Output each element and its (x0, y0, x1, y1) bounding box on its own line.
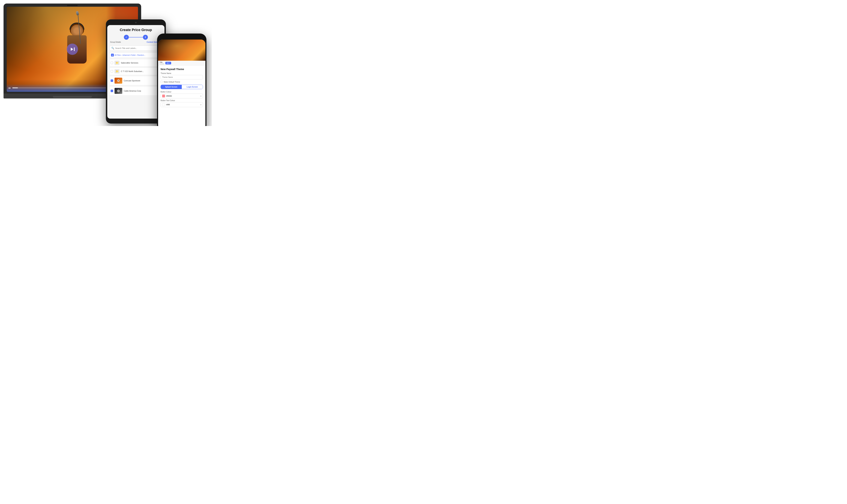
button-colour-swatch (162, 95, 165, 97)
chevron-down-icon-2: ▾ (200, 104, 201, 106)
phone-device: Title Subtitle BUY New Paywall Theme The… (157, 34, 206, 126)
play-next-button[interactable]: ⏭ (8, 87, 11, 89)
phone-video-thumb (158, 39, 205, 61)
tablet-camera (135, 22, 137, 23)
video-thumb-3 (114, 78, 122, 84)
tablet-page-title: Create Price Group (109, 28, 162, 32)
singer-figure (54, 25, 100, 81)
skip-bar-icon (74, 48, 75, 51)
search-bar[interactable]: 🔍 (109, 46, 162, 51)
folder-icon: ▤ (111, 54, 114, 56)
step-1-circle: ✓ (124, 35, 129, 40)
tablet-device: Create Price Group ✓ 2 Group Details Con… (106, 19, 166, 124)
theme-name-input[interactable] (161, 75, 203, 79)
make-default-checkbox[interactable] (161, 81, 163, 83)
tab-splash-screen[interactable]: Splash Screen (161, 85, 182, 89)
screen-tabs: Splash Screen Login Screen (161, 85, 203, 89)
paywall-section-title: New Paywall Theme (161, 68, 203, 71)
button-text-colour-selector[interactable]: #ffffff ▾ (161, 102, 203, 107)
phone-screen: Title Subtitle BUY New Paywall Theme The… (158, 39, 205, 126)
tablet-screen: Create Price Group ✓ 2 Group Details Con… (107, 25, 164, 119)
progress-bar[interactable] (12, 88, 121, 88)
laptop-notch (67, 5, 78, 6)
progress-fill (12, 88, 18, 88)
play-icon (71, 48, 73, 51)
preview-strip: Title Subtitle BUY (158, 61, 205, 66)
file-checkbox-4[interactable] (111, 90, 113, 92)
list-item[interactable]: 📁 C T V15 North Suburban... (109, 68, 162, 75)
file-checkbox-2[interactable] (111, 70, 113, 73)
preview-subtitle: Subtitle (160, 63, 164, 65)
breadcrumb[interactable]: ▤ All Files › Johanna's Folder › Random.… (109, 52, 162, 58)
play-triangle (118, 80, 119, 81)
buy-button[interactable]: BUY (165, 62, 171, 65)
list-item[interactable]: Comcast Sportsnet (109, 76, 162, 85)
thumb-play-icon (117, 79, 120, 82)
step-connector (129, 37, 143, 37)
file-name-3: Comcast Sportsnet (124, 79, 161, 82)
button-text-colour-label: Button Text Colour (161, 100, 203, 102)
paywall-form: New Paywall Theme Theme Name Make Defaul… (158, 66, 205, 110)
button-text-colour-swatch (162, 103, 165, 106)
search-input[interactable] (115, 47, 160, 49)
make-default-label: Make Default Theme (164, 81, 180, 83)
step-1-label: Group Details (110, 41, 121, 43)
list-item[interactable]: Cable America Corp (109, 86, 162, 95)
file-checkbox-1[interactable] (111, 61, 113, 64)
video-thumb-4 (114, 88, 122, 94)
thumb-play-icon-2 (117, 90, 120, 92)
button-colour-value: #ff8990 (166, 95, 199, 97)
play-triangle-2 (118, 90, 119, 91)
step-labels: Group Details Content Selection (109, 41, 162, 43)
file-checkbox-3[interactable] (111, 79, 113, 82)
file-name-1: Salecraftor Services (121, 62, 161, 64)
breadcrumb-path: All Files › Johanna's Folder › Random... (114, 54, 145, 56)
search-icon: 🔍 (111, 47, 114, 49)
play-button[interactable] (67, 43, 78, 55)
file-name-2: C T V15 North Suburban... (121, 70, 161, 72)
preview-title: Title (160, 61, 164, 63)
make-default-row[interactable]: Make Default Theme (161, 81, 203, 83)
folder-icon-2: 📁 (114, 69, 120, 73)
tab-login-screen[interactable]: Login Screen (182, 85, 203, 89)
button-colour-selector[interactable]: #ff8990 ▾ (161, 93, 203, 98)
step-2-circle: 2 (143, 35, 148, 40)
folder-icon-1: 📁 (114, 61, 120, 65)
button-text-colour-value: #ffffff (166, 104, 199, 106)
laptop-foot (53, 96, 92, 98)
wizard-stepper: ✓ 2 (109, 35, 162, 40)
button-colour-label: Button Colour (161, 91, 203, 93)
phone-thumb-lights (158, 39, 205, 61)
file-list: 📁 Salecraftor Services 📁 C T V15 North S… (109, 59, 162, 95)
file-name-4: Cable America Corp (124, 90, 161, 92)
list-item[interactable]: 📁 Salecraftor Services (109, 59, 162, 67)
theme-name-label: Theme Name (161, 72, 203, 74)
chevron-down-icon: ▾ (200, 95, 201, 97)
phone-notch (174, 36, 190, 39)
